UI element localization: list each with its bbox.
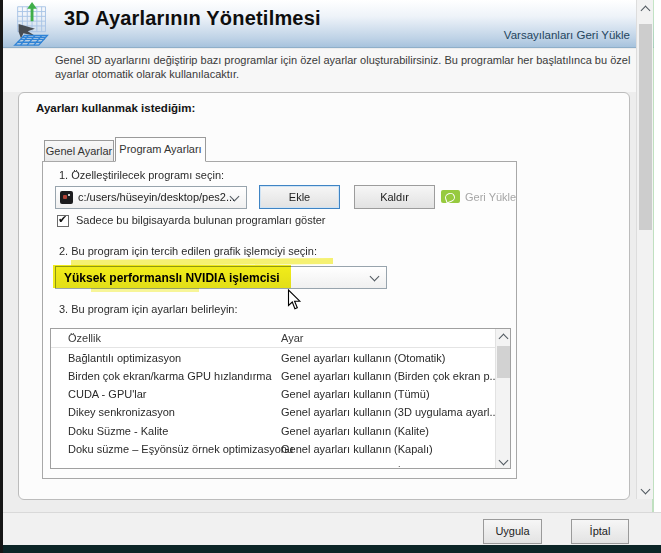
bottom-strip [0, 545, 661, 553]
column-header-setting: Ayar [281, 332, 303, 344]
setting-cell: Genel ayarları kullanın (Tümü) [281, 388, 430, 400]
scroll-down-icon[interactable] [641, 485, 651, 495]
checkmark-icon: ✔ [58, 213, 67, 226]
add-button[interactable]: Ekle [259, 185, 340, 209]
checkbox-box[interactable]: ✔ [57, 215, 69, 227]
description-band: Genel 3D ayarlarını değiştirip bazı prog… [3, 49, 636, 92]
settings-table-header: Özellik Ayar [51, 329, 510, 348]
step3-label: 3. Bu program için ayarları belirleyin: [59, 303, 238, 315]
table-row[interactable]: Bağlantılı optimizasyonGenel ayarları ku… [51, 349, 495, 367]
program-app-icon [60, 191, 73, 204]
page-header: 3D Ayarlarının Yönetilmesi Varsayılanlar… [0, 0, 654, 48]
feature-cell: Doku süzme – Negatif LOD sapması [68, 466, 247, 469]
settings-panel: Ayarları kullanmak istediğim: Genel Ayar… [18, 92, 630, 500]
restore-defaults-button[interactable]: Varsayılanları Geri Yükle [504, 29, 630, 41]
setting-cell: Genel ayarları kullanın (Kalite) [281, 425, 429, 437]
window-scrollbar-thumb[interactable] [639, 24, 652, 230]
chevron-down-icon [370, 272, 380, 282]
restore-button[interactable]: Geri Yükle [441, 185, 517, 209]
program-select-value: c:/users/hüseyin/desktop/pes2... [78, 187, 235, 208]
feature-cell: Doku Süzme - Kalite [68, 425, 168, 437]
feature-cell: Bağlantılı optimizasyon [68, 352, 181, 364]
apply-button[interactable]: Uygula [483, 519, 542, 544]
tab-program-settings[interactable]: Program Ayarları [115, 137, 206, 162]
table-scrollbar-thumb[interactable] [497, 346, 510, 378]
section-heading: Ayarları kullanmak istediğim: [36, 102, 195, 114]
feature-cell: Dikey senkronizasyon [68, 406, 175, 418]
column-header-feature: Özellik [68, 332, 101, 344]
scroll-up-icon[interactable] [641, 6, 651, 16]
feature-cell: CUDA - GPU'lar [68, 388, 147, 400]
cancel-button[interactable]: İptal [571, 519, 629, 544]
table-row[interactable]: Doku süzme – Eşyönsüz örnek optimizasyon… [51, 440, 495, 458]
step1-label: 1. Özelleştirilecek programı seçin: [59, 169, 224, 181]
feature-cell: Birden çok ekran/karma GPU hızlandırma [68, 370, 272, 382]
setting-cell: Genel ayarları kullanın (İzin ver) [281, 466, 437, 469]
table-row[interactable]: Doku Süzme - KaliteGenel ayarları kullan… [51, 422, 495, 440]
restore-button-label: Geri Yükle [465, 185, 516, 209]
settings-table: Özellik Ayar Bağlantılı optimizasyonGene… [50, 328, 511, 469]
nvidia-logo-icon [441, 190, 460, 203]
window-scrollbar[interactable] [636, 0, 653, 499]
table-row[interactable]: CUDA - GPU'larGenel ayarları kullanın (T… [51, 386, 495, 404]
setting-cell: Genel ayarları kullanın (Otomatik) [281, 352, 445, 364]
gpu-select-value: Yüksek performanslı NVIDIA işlemcisi [64, 267, 280, 289]
nvidia-control-panel-window: 3D Ayarlarının Yönetilmesi Varsayılanlar… [0, 0, 661, 553]
scroll-down-icon[interactable] [499, 456, 509, 466]
table-row[interactable]: Dikey senkronizasyonGenel ayarları kulla… [51, 404, 495, 422]
gpu-select[interactable]: Yüksek performanslı NVIDIA işlemcisi [55, 266, 387, 289]
program-settings-tab-panel: 1. Özelleştirilecek programı seçin: c:/u… [42, 161, 517, 479]
page-description: Genel 3D ayarlarını değiştirip bazı prog… [55, 53, 637, 81]
setting-cell: Genel ayarları kullanın (Birden çok ekra… [281, 370, 499, 382]
checkbox-label: Sadece bu bilgisayarda bulunan programla… [76, 214, 326, 226]
remove-button[interactable]: Kaldır [354, 185, 435, 209]
setting-cell: Genel ayarları kullanın (Kapalı) [281, 443, 433, 455]
mouse-cursor [287, 289, 302, 313]
setting-cell: Genel ayarları kullanın (3D uygulama aya… [281, 406, 499, 418]
3d-settings-icon [9, 1, 57, 48]
right-margin [654, 0, 661, 545]
table-row[interactable]: Doku süzme – Negatif LOD sapmasıGenel ay… [51, 459, 495, 469]
scroll-up-icon[interactable] [499, 334, 509, 344]
table-scrollbar[interactable] [495, 329, 510, 468]
tab-general-settings[interactable]: Genel Ayarlar [44, 140, 114, 161]
step2-label: 2. Bu program için tercih edilen grafik … [59, 245, 317, 257]
table-row[interactable]: Birden çok ekran/karma GPU hızlandırmaGe… [51, 367, 495, 385]
feature-cell: Doku süzme – Eşyönsüz örnek optimizasyon… [68, 443, 293, 455]
footer-bar: Uygula İptal [0, 512, 661, 545]
program-select[interactable]: c:/users/hüseyin/desktop/pes2... [55, 186, 247, 209]
page-title: 3D Ayarlarının Yönetilmesi [64, 7, 321, 30]
left-edge [0, 0, 3, 553]
settings-table-rows: Bağlantılı optimizasyonGenel ayarları ku… [51, 349, 495, 469]
